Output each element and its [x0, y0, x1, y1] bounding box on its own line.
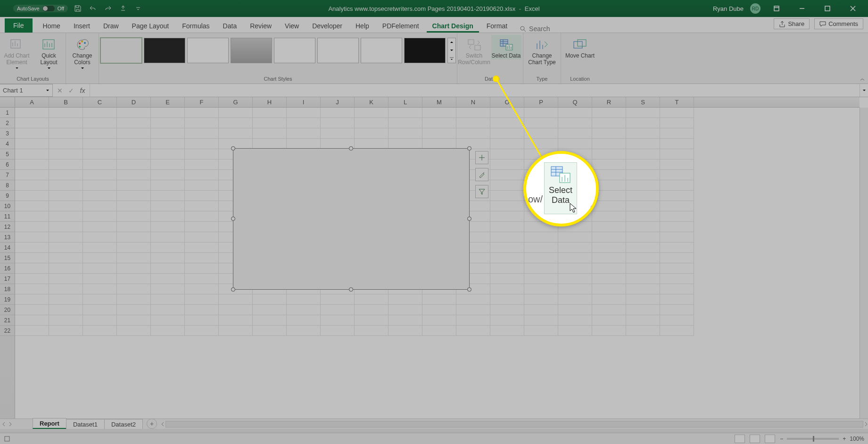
cell[interactable]	[185, 128, 219, 139]
cell[interactable]	[151, 191, 185, 201]
chart-style-7[interactable]	[361, 38, 402, 63]
cell[interactable]	[626, 128, 660, 139]
cell[interactable]	[592, 149, 626, 159]
cell[interactable]	[524, 305, 558, 315]
cell[interactable]	[592, 326, 626, 336]
cell[interactable]	[49, 232, 83, 243]
cell[interactable]	[287, 118, 321, 128]
cell[interactable]	[456, 315, 490, 326]
row-header[interactable]: 16	[0, 263, 15, 274]
chart-style-4[interactable]	[231, 38, 272, 63]
user-avatar[interactable]: RD	[750, 3, 761, 14]
cell[interactable]	[83, 118, 117, 128]
cell[interactable]	[15, 232, 49, 243]
cell[interactable]	[219, 305, 253, 315]
cell[interactable]	[524, 232, 558, 243]
worksheet-grid[interactable]: ABCDEFGHIJKLMNOPQRST 1234567891011121314…	[0, 97, 868, 429]
chart-filters-button[interactable]	[475, 185, 488, 198]
cell[interactable]	[49, 108, 83, 118]
cell[interactable]	[185, 294, 219, 305]
tab-home[interactable]: Home	[37, 19, 66, 33]
cell[interactable]	[558, 284, 592, 294]
change-chart-type-button[interactable]: Change Chart Type	[527, 35, 557, 66]
cell[interactable]	[558, 108, 592, 118]
tab-help[interactable]: Help	[350, 19, 375, 33]
row-header[interactable]: 14	[0, 243, 15, 253]
cell[interactable]	[185, 326, 219, 336]
cell[interactable]	[49, 180, 83, 191]
cell[interactable]	[389, 139, 422, 149]
cell[interactable]	[592, 315, 626, 326]
cell[interactable]	[219, 118, 253, 128]
cell[interactable]	[83, 274, 117, 284]
row-header[interactable]: 11	[0, 211, 15, 222]
cell[interactable]	[626, 118, 660, 128]
cell[interactable]	[117, 211, 151, 222]
cell[interactable]	[151, 139, 185, 149]
cell[interactable]	[117, 326, 151, 336]
cell[interactable]	[592, 305, 626, 315]
cell[interactable]	[389, 315, 422, 326]
cell[interactable]	[626, 180, 660, 191]
cell[interactable]	[15, 243, 49, 253]
cell[interactable]	[185, 274, 219, 284]
cell[interactable]	[355, 294, 389, 305]
cell[interactable]	[389, 294, 422, 305]
gallery-up-icon[interactable]	[448, 38, 455, 46]
cell[interactable]	[524, 284, 558, 294]
cell[interactable]	[355, 315, 389, 326]
select-data-button[interactable]: Select Data	[491, 35, 521, 59]
cell[interactable]	[49, 305, 83, 315]
row-header[interactable]: 19	[0, 294, 15, 305]
cell[interactable]	[117, 201, 151, 211]
cell[interactable]	[49, 253, 83, 263]
cell[interactable]	[49, 315, 83, 326]
cell[interactable]	[185, 159, 219, 170]
cell[interactable]	[558, 315, 592, 326]
cell[interactable]	[151, 315, 185, 326]
cell[interactable]	[151, 263, 185, 274]
row-header[interactable]: 10	[0, 201, 15, 211]
cell[interactable]	[185, 253, 219, 263]
qat-more-icon[interactable]	[133, 3, 143, 14]
formula-input[interactable]	[90, 84, 860, 97]
cell[interactable]	[185, 284, 219, 294]
cell[interactable]	[287, 305, 321, 315]
cell[interactable]	[15, 222, 49, 232]
cell[interactable]	[185, 149, 219, 159]
cell[interactable]	[558, 263, 592, 274]
column-header[interactable]: M	[422, 97, 456, 107]
cell[interactable]	[83, 294, 117, 305]
redo-icon[interactable]	[103, 3, 113, 14]
cell[interactable]	[592, 274, 626, 284]
cell[interactable]	[490, 274, 524, 284]
column-header[interactable]: S	[626, 97, 660, 107]
cell[interactable]	[592, 232, 626, 243]
name-box[interactable]: Chart 1	[0, 84, 53, 97]
cell[interactable]	[558, 274, 592, 284]
column-header[interactable]: D	[117, 97, 151, 107]
cell[interactable]	[49, 159, 83, 170]
cell[interactable]	[49, 139, 83, 149]
cell[interactable]	[355, 139, 389, 149]
cell[interactable]	[490, 128, 524, 139]
cell[interactable]	[422, 128, 456, 139]
cell[interactable]	[321, 294, 355, 305]
cell[interactable]	[626, 263, 660, 274]
expand-formula-bar-icon[interactable]	[860, 84, 868, 97]
cell[interactable]	[592, 211, 626, 222]
cell[interactable]	[660, 201, 694, 211]
cell[interactable]	[660, 222, 694, 232]
cell[interactable]	[592, 139, 626, 149]
cell[interactable]	[490, 211, 524, 222]
cell[interactable]	[558, 243, 592, 253]
cell[interactable]	[626, 170, 660, 180]
cell[interactable]	[389, 108, 422, 118]
column-header[interactable]: I	[287, 97, 321, 107]
cell[interactable]	[83, 108, 117, 118]
cell[interactable]	[490, 108, 524, 118]
cell[interactable]	[151, 128, 185, 139]
sheet-nav-prev-icon[interactable]	[2, 422, 7, 427]
move-chart-button[interactable]: Move Chart	[565, 35, 595, 59]
cell[interactable]	[592, 159, 626, 170]
